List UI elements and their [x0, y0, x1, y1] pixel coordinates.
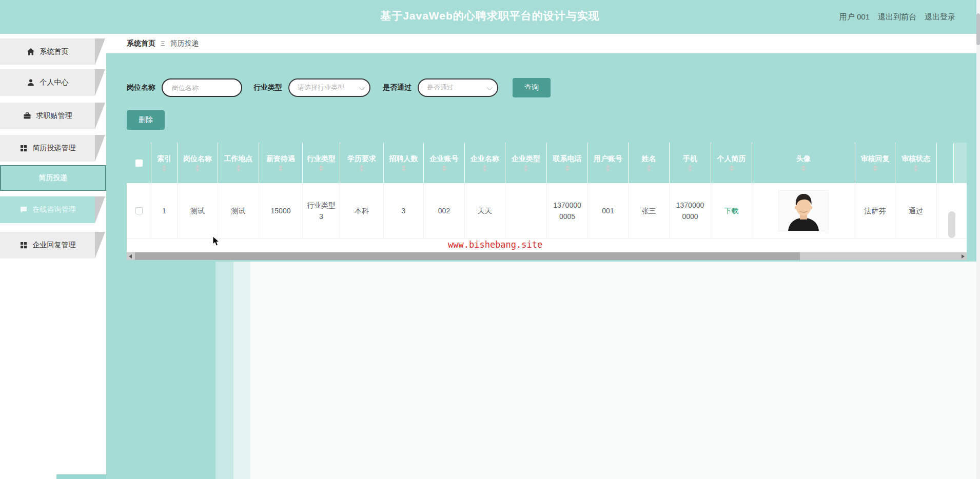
grid-icon — [19, 144, 28, 152]
window-vertical-scrollbar[interactable] — [976, 0, 980, 479]
cell-user-account: 001 — [588, 183, 629, 238]
col-header-company-type[interactable]: 企业类型 — [505, 143, 547, 183]
row-checkbox[interactable] — [135, 207, 143, 214]
resume-download-link[interactable]: 下载 — [724, 205, 739, 216]
pass-placeholder: 是否通过 — [427, 83, 454, 92]
window-vertical-scrollbar-thumb[interactable] — [976, 13, 980, 45]
job-name-input[interactable] — [162, 78, 242, 97]
page-title: 基于JavaWeb的心聘求职平台的设计与实现 — [0, 0, 980, 34]
scroll-left-arrow-icon[interactable] — [129, 254, 132, 258]
col-header-review-status[interactable]: 审核状态 — [895, 143, 937, 183]
table-row: 1 测试 测试 15000 行业类型3 本科 3 002 天天 13700000… — [127, 183, 967, 238]
horizontal-scrollbar[interactable] — [127, 252, 967, 260]
col-header-job-name[interactable]: 岗位名称 — [178, 143, 218, 183]
logout-link[interactable]: 退出登录 — [925, 12, 955, 22]
resume-delivery-table: 索引 岗位名称 工作地点 薪资待遇 行业类型 学历要求 — [127, 143, 967, 252]
breadcrumb-current: 简历投递 — [170, 39, 199, 48]
cell-index: 1 — [151, 183, 178, 238]
breadcrumb-separator-icon: Ξ — [161, 39, 165, 47]
breadcrumb-root[interactable]: 系统首页 — [127, 39, 155, 48]
exit-to-front-link[interactable]: 退出到前台 — [878, 12, 916, 22]
sort-caret-icon[interactable] — [524, 165, 528, 171]
col-header-headcount[interactable]: 招聘人数 — [384, 143, 424, 183]
sidebar-item-label: 企业回复管理 — [33, 241, 76, 250]
bottom-left-strip — [56, 474, 106, 479]
pass-select[interactable]: 是否通过 — [418, 78, 498, 97]
col-header-avatar[interactable]: 头像 — [752, 143, 855, 183]
table-vertical-scrollbar-thumb[interactable] — [948, 211, 955, 238]
cell-company-account: 002 — [424, 183, 465, 238]
col-header-user-account[interactable]: 用户账号 — [588, 143, 629, 183]
breadcrumb: 系统首页 Ξ 简历投递 — [106, 34, 976, 53]
sort-caret-icon[interactable] — [279, 165, 283, 171]
sidebar-item-label: 在线咨询管理 — [33, 205, 76, 214]
sort-caret-icon[interactable] — [360, 165, 364, 171]
cell-work-place: 测试 — [218, 183, 259, 238]
cell-name: 张三 — [629, 183, 670, 238]
delete-button[interactable]: 删除 — [127, 110, 165, 130]
col-header-name[interactable]: 姓名 — [629, 143, 670, 183]
sidebar-item-company-reply-mgmt[interactable]: 企业回复管理 — [0, 232, 95, 258]
sort-caret-icon[interactable] — [730, 165, 734, 171]
sort-caret-icon[interactable] — [162, 165, 166, 171]
sort-caret-icon[interactable] — [606, 165, 610, 171]
col-header-work-place[interactable]: 工作地点 — [218, 143, 259, 183]
sort-caret-icon[interactable] — [914, 165, 918, 171]
sort-caret-icon[interactable] — [565, 165, 570, 171]
sort-caret-icon[interactable] — [483, 165, 487, 171]
sidebar-item-label: 简历投递管理 — [33, 144, 76, 153]
filter-bar: 岗位名称 行业类型 请选择行业类型 是否通过 是否通过 查询 — [127, 78, 551, 97]
select-all-checkbox[interactable] — [135, 159, 143, 167]
sidebar-item-resume-delivery-mgmt[interactable]: 简历投递管理 — [0, 135, 95, 162]
sort-caret-icon[interactable] — [688, 165, 692, 171]
col-header-company-name[interactable]: 企业名称 — [465, 143, 505, 183]
cell-job-name: 测试 — [178, 183, 218, 238]
sort-caret-icon[interactable] — [237, 165, 241, 171]
cell-gutter — [954, 183, 967, 238]
content-leftover-band — [233, 262, 250, 479]
col-header-industry[interactable]: 行业类型 — [303, 143, 340, 183]
sort-caret-icon[interactable] — [442, 165, 446, 171]
col-header-education[interactable]: 学历要求 — [340, 143, 384, 183]
industry-type-label: 行业类型 — [253, 83, 282, 92]
col-header-empty — [937, 143, 954, 183]
col-header-company-account[interactable]: 企业账号 — [424, 143, 465, 183]
sort-caret-icon[interactable] — [195, 165, 200, 171]
industry-type-select[interactable]: 请选择行业类型 — [288, 78, 370, 97]
portrait-photo — [779, 191, 828, 231]
sidebar: 系统首页 个人中心 求职贴管理 简历投递管理 简历投递 在线咨询管理 — [0, 34, 106, 479]
top-header: 基于JavaWeb的心聘求职平台的设计与实现 用户 001 退出到前台 退出登录 — [0, 0, 980, 34]
sidebar-item-home[interactable]: 系统首页 — [0, 38, 95, 65]
col-header-resume[interactable]: 个人简历 — [711, 143, 752, 183]
mouse-cursor-icon — [212, 236, 220, 249]
col-header-contact-phone[interactable]: 联系电话 — [547, 143, 588, 183]
search-button[interactable]: 查询 — [513, 78, 551, 97]
user-icon — [27, 78, 35, 87]
sort-caret-icon[interactable] — [319, 165, 323, 171]
content-leftover-band — [215, 262, 233, 479]
row-select-cell — [127, 183, 151, 238]
sidebar-item-personal-center[interactable]: 个人中心 — [0, 69, 95, 96]
table-scroll-gutter — [954, 143, 967, 183]
sidebar-item-label: 简历投递 — [39, 173, 68, 183]
sort-caret-icon[interactable] — [647, 165, 651, 171]
sidebar-item-resume-delivery[interactable]: 简历投递 — [0, 165, 106, 191]
col-header-review-reply[interactable]: 审核回复 — [855, 143, 895, 183]
table-footer-space: www.bishebang.site — [127, 238, 967, 252]
sort-caret-icon[interactable] — [873, 165, 877, 171]
app-window: 基于JavaWeb的心聘求职平台的设计与实现 用户 001 退出到前台 退出登录… — [0, 0, 980, 479]
sidebar-item-job-posts[interactable]: 求职贴管理 — [0, 103, 95, 129]
cell-headcount: 3 — [384, 183, 424, 238]
col-header-mobile[interactable]: 手机 — [670, 143, 711, 183]
sidebar-item-label: 系统首页 — [40, 47, 69, 56]
sort-caret-icon[interactable] — [402, 165, 406, 171]
sort-caret-icon[interactable] — [801, 165, 806, 171]
cell-industry: 行业类型3 — [303, 183, 340, 238]
col-header-index[interactable]: 索引 — [151, 143, 178, 183]
chat-icon — [19, 206, 28, 214]
scroll-right-arrow-icon[interactable] — [962, 254, 965, 258]
horizontal-scrollbar-thumb[interactable] — [135, 252, 800, 260]
avatar — [779, 191, 828, 231]
sidebar-item-online-consult-mgmt[interactable]: 在线咨询管理 — [0, 196, 95, 223]
col-header-salary[interactable]: 薪资待遇 — [259, 143, 303, 183]
